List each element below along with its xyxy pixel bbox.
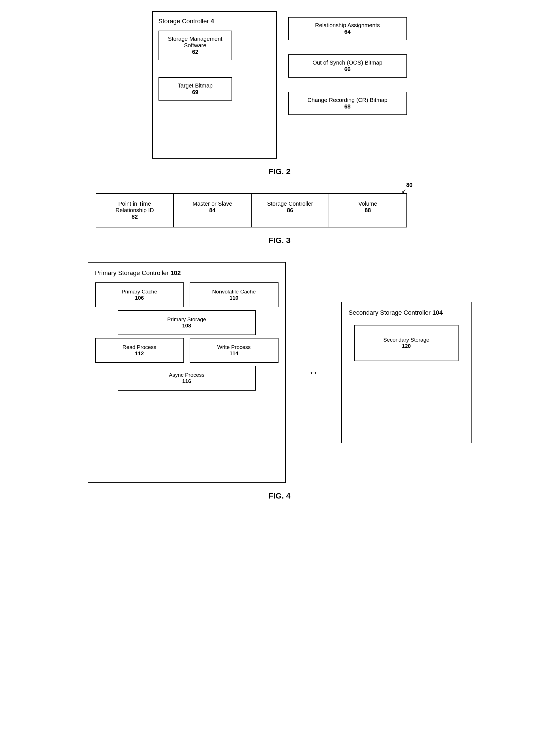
fig3-col-master-label: Master or Slave (182, 200, 242, 207)
fig2-diagram: Storage Controller 4 Storage Management … (152, 11, 407, 159)
primary-storage-box: Primary Storage 108 (118, 310, 256, 335)
storage-controller-number: 4 (210, 18, 214, 25)
fig3-caption: FIG. 3 (269, 236, 291, 245)
rel-assignments-number: 64 (344, 29, 351, 35)
primary-cache-label: Primary Cache (103, 289, 177, 295)
primary-controller-box: Primary Storage Controller 102 Primary C… (88, 262, 286, 483)
fig4-section: Primary Storage Controller 102 Primary C… (17, 262, 542, 500)
fig3-col-master-number: 84 (182, 207, 242, 214)
fig3-col-pit-number: 82 (105, 214, 165, 220)
primary-storage-number: 108 (125, 323, 248, 329)
secondary-controller-box: Secondary Storage Controller 104 Seconda… (341, 302, 472, 443)
storage-controller-text: Storage Controller (158, 18, 209, 25)
nonvolatile-cache-label: Nonvolatile Cache (197, 289, 271, 295)
fig3-col-vol-label: Volume (338, 200, 398, 207)
oos-bitmap-box: Out of Synch (OOS) Bitmap 66 (288, 55, 407, 78)
read-process-number: 112 (103, 350, 177, 357)
fig4-caption: FIG. 4 (269, 492, 291, 500)
read-process-box: Read Process 112 (95, 338, 184, 363)
fig3-header-row: Point in Time Relationship ID 82 Master … (96, 193, 407, 227)
fig3-table: Point in Time Relationship ID 82 Master … (96, 193, 407, 228)
fig3-col-pit-label: Point in Time Relationship ID (105, 200, 165, 214)
fig3-col-sc-label: Storage Controller (260, 200, 320, 207)
cr-bitmap-label: Change Recording (CR) Bitmap (307, 97, 387, 103)
write-process-number: 114 (197, 350, 271, 357)
secondary-controller-text: Secondary Storage Controller (349, 309, 431, 316)
fig2-section: Storage Controller 4 Storage Management … (17, 11, 542, 176)
primary-cache-box: Primary Cache 106 (95, 282, 184, 307)
secondary-controller-label: Secondary Storage Controller 104 (349, 309, 464, 317)
secondary-storage-number: 120 (363, 343, 449, 349)
nonvolatile-cache-number: 110 (197, 295, 271, 301)
fig3-col-vol-number: 88 (338, 207, 398, 214)
storage-management-software-box: Storage Management Software 62 (158, 30, 232, 60)
fig3-col-sc-number: 86 (260, 207, 320, 214)
async-process-box: Async Process 116 (118, 366, 256, 391)
oos-bitmap-label: Out of Synch (OOS) Bitmap (312, 60, 382, 66)
fig3-section: 80 ↙ Point in Time Relationship ID 82 Ma… (17, 193, 542, 245)
fig3-ref-number: 80 (406, 182, 412, 188)
storage-controller-box: Storage Controller 4 Storage Management … (152, 11, 277, 159)
fig2-caption: FIG. 2 (269, 167, 291, 176)
read-process-label: Read Process (103, 344, 177, 350)
primary-controller-label: Primary Storage Controller 102 (95, 269, 278, 277)
primary-storage-label: Primary Storage (125, 317, 248, 323)
fig4-middle-row: Read Process 112 Write Process 114 (95, 338, 278, 363)
fig3-table-wrapper: 80 ↙ Point in Time Relationship ID 82 Ma… (96, 193, 407, 228)
write-process-label: Write Process (197, 344, 271, 350)
primary-controller-number: 102 (171, 269, 181, 277)
secondary-controller-number: 104 (432, 309, 443, 316)
nonvolatile-cache-box: Nonvolatile Cache 110 (189, 282, 278, 307)
secondary-storage-box: Secondary Storage 120 (354, 325, 459, 361)
sms-label: Storage Management Software (168, 36, 222, 48)
fig3-col-sc: Storage Controller 86 (251, 193, 329, 227)
bidirectional-arrow-icon: ↔ (309, 367, 319, 379)
target-bitmap-label: Target Bitmap (178, 82, 213, 89)
fig3-arrow-icon: ↙ (402, 188, 406, 194)
rel-assignments-label: Relationship Assignments (315, 22, 380, 28)
async-process-number: 116 (125, 378, 248, 384)
fig4-diagram: Primary Storage Controller 102 Primary C… (88, 262, 472, 483)
primary-cache-number: 106 (103, 295, 177, 301)
cr-bitmap-number: 68 (344, 103, 351, 110)
sms-number: 62 (192, 49, 198, 55)
target-bitmap-box: Target Bitmap 69 (158, 77, 232, 101)
cr-bitmap-box: Change Recording (CR) Bitmap 68 (288, 92, 407, 115)
fig3-col-pit: Point in Time Relationship ID 82 (96, 193, 174, 227)
primary-controller-text: Primary Storage Controller (95, 269, 169, 277)
fig3-col-vol: Volume 88 (329, 193, 406, 227)
write-process-box: Write Process 114 (189, 338, 278, 363)
target-bitmap-number: 69 (192, 89, 198, 95)
fig2-right-col: Relationship Assignments 64 Out of Synch… (288, 17, 407, 121)
fig3-col-master: Master or Slave 84 (174, 193, 251, 227)
async-process-label: Async Process (125, 372, 248, 378)
fig4-top-row: Primary Cache 106 Nonvolatile Cache 110 (95, 282, 278, 307)
storage-controller-label: Storage Controller 4 (158, 18, 271, 25)
oos-bitmap-number: 66 (344, 66, 351, 72)
relationship-assignments-box: Relationship Assignments 64 (288, 17, 407, 40)
secondary-storage-label: Secondary Storage (363, 337, 449, 343)
